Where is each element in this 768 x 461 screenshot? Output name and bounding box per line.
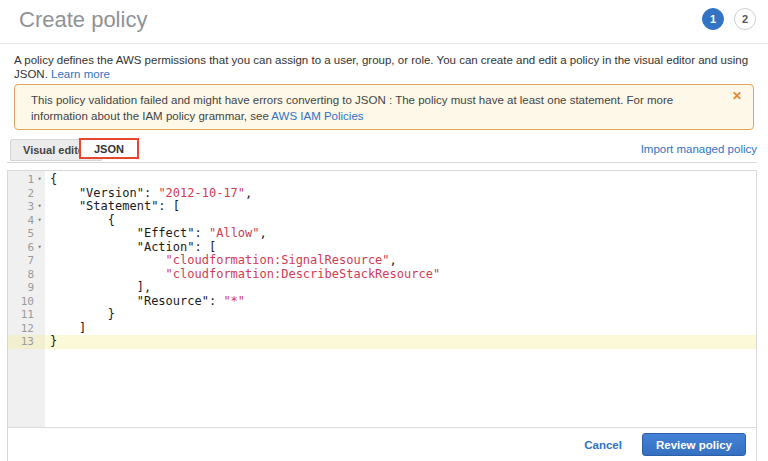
code-line-4[interactable]: { xyxy=(45,214,756,228)
line-number: 3 xyxy=(27,200,34,213)
code-line-2[interactable]: "Version": "2012-10-17", xyxy=(45,187,756,201)
create-policy-page: Create policy 1 2 A policy defines the A… xyxy=(0,0,768,461)
gutter-line-12: 12 xyxy=(8,322,45,336)
tabbar-underline xyxy=(7,162,757,163)
page-title: Create policy xyxy=(19,7,147,33)
step-indicator-1: 1 xyxy=(702,8,724,30)
code-token-plain: ] xyxy=(50,321,86,335)
code-token-plain: { xyxy=(50,172,57,186)
gutter-line-10: 10 xyxy=(8,295,45,309)
intro-text: A policy defines the AWS permissions tha… xyxy=(14,53,756,81)
code-token-plain: "Version": xyxy=(50,186,158,200)
code-token-string: "Allow" xyxy=(209,226,260,240)
banner-close-icon[interactable]: ✕ xyxy=(732,90,742,102)
validation-error-banner: This policy validation failed and might … xyxy=(14,84,754,130)
gutter-line-3: 3▾ xyxy=(8,200,45,214)
aws-iam-policies-link[interactable]: AWS IAM Policies xyxy=(271,110,363,122)
code-token-string: "cloudformation:SignalResource" xyxy=(166,253,390,267)
line-number: 13 xyxy=(21,335,34,348)
code-token-plain xyxy=(50,267,166,281)
code-line-11[interactable]: } xyxy=(45,308,756,322)
code-token-plain: ], xyxy=(50,280,151,294)
title-divider xyxy=(0,43,768,44)
editor-code-area[interactable]: { "Version": "2012-10-17", "Statement": … xyxy=(45,171,756,427)
code-token-plain: "Statement": [ xyxy=(50,199,180,213)
line-number: 4 xyxy=(27,214,34,227)
line-number: 11 xyxy=(21,308,34,321)
code-token-string: "2012-10-17" xyxy=(158,186,245,200)
code-token-plain: "Resource": xyxy=(50,294,223,308)
editor-footer: Cancel Review policy xyxy=(8,427,756,461)
code-line-10[interactable]: "Resource": "*" xyxy=(45,295,756,309)
editor-gutter: 1▾23▾4▾56▾78910111213 xyxy=(8,171,45,427)
line-number: 5 xyxy=(27,227,34,240)
code-line-13[interactable]: } xyxy=(45,335,756,349)
code-token-plain: "Effect": xyxy=(50,226,209,240)
line-number: 6 xyxy=(27,241,34,254)
gutter-line-7: 7 xyxy=(8,254,45,268)
code-token-string: "cloudformation:DescribeStackResource" xyxy=(166,267,441,281)
tab-json[interactable]: JSON xyxy=(79,138,139,159)
gutter-line-4: 4▾ xyxy=(8,214,45,228)
code-line-6[interactable]: "Action": [ xyxy=(45,241,756,255)
intro-text-body: A policy defines the AWS permissions tha… xyxy=(14,54,748,80)
code-token-plain: } xyxy=(50,334,57,348)
code-token-string: "*" xyxy=(223,294,245,308)
review-policy-button[interactable]: Review policy xyxy=(642,433,746,456)
policy-editor-card: 1▾23▾4▾56▾78910111213 { "Version": "2012… xyxy=(7,170,757,461)
learn-more-link[interactable]: Learn more xyxy=(51,68,110,80)
line-number: 2 xyxy=(27,187,34,200)
fold-toggle-icon[interactable]: ▾ xyxy=(34,173,45,187)
code-line-3[interactable]: "Statement": [ xyxy=(45,200,756,214)
code-line-9[interactable]: ], xyxy=(45,281,756,295)
code-token-plain: , xyxy=(390,253,397,267)
code-token-plain: , xyxy=(245,186,252,200)
gutter-line-2: 2 xyxy=(8,187,45,201)
gutter-line-6: 6▾ xyxy=(8,241,45,255)
import-managed-policy-link[interactable]: Import managed policy xyxy=(641,143,757,155)
code-token-plain: , xyxy=(260,226,267,240)
code-line-7[interactable]: "cloudformation:SignalResource", xyxy=(45,254,756,268)
json-editor[interactable]: 1▾23▾4▾56▾78910111213 { "Version": "2012… xyxy=(8,171,756,427)
code-line-8[interactable]: "cloudformation:DescribeStackResource" xyxy=(45,268,756,282)
line-number: 12 xyxy=(21,322,34,335)
code-token-plain xyxy=(50,253,166,267)
code-token-plain: } xyxy=(50,307,115,321)
line-number: 9 xyxy=(27,281,34,294)
line-number: 1 xyxy=(27,173,34,186)
code-line-1[interactable]: { xyxy=(45,173,756,187)
fold-toggle-icon[interactable]: ▾ xyxy=(34,200,45,214)
code-line-12[interactable]: ] xyxy=(45,322,756,336)
gutter-line-13: 13 xyxy=(8,335,45,349)
line-number: 10 xyxy=(21,295,34,308)
code-token-plain: { xyxy=(50,213,115,227)
cancel-button[interactable]: Cancel xyxy=(584,439,622,451)
fold-toggle-icon[interactable]: ▾ xyxy=(34,214,45,228)
fold-toggle-icon[interactable]: ▾ xyxy=(34,241,45,255)
wizard-steps: 1 2 xyxy=(702,8,756,30)
gutter-line-9: 9 xyxy=(8,281,45,295)
gutter-line-1: 1▾ xyxy=(8,173,45,187)
code-line-5[interactable]: "Effect": "Allow", xyxy=(45,227,756,241)
gutter-line-11: 11 xyxy=(8,308,45,322)
line-number: 7 xyxy=(27,254,34,267)
gutter-line-5: 5 xyxy=(8,227,45,241)
gutter-line-8: 8 xyxy=(8,268,45,282)
step-indicator-2: 2 xyxy=(734,8,756,30)
tab-json-label: JSON xyxy=(94,143,124,155)
code-token-plain: "Action": [ xyxy=(50,240,216,254)
line-number: 8 xyxy=(27,268,34,281)
